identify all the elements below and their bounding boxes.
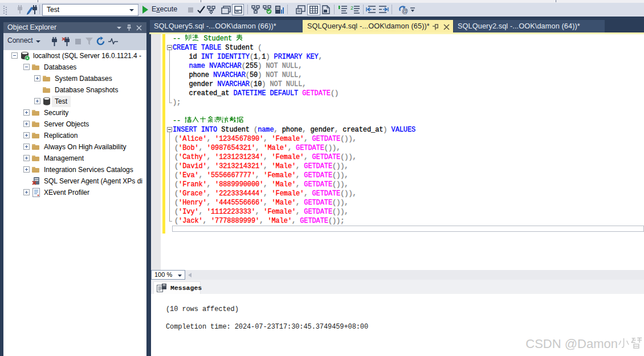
svg-text:@: @ — [402, 7, 408, 14]
svg-text:2: 2 — [350, 5, 353, 11]
